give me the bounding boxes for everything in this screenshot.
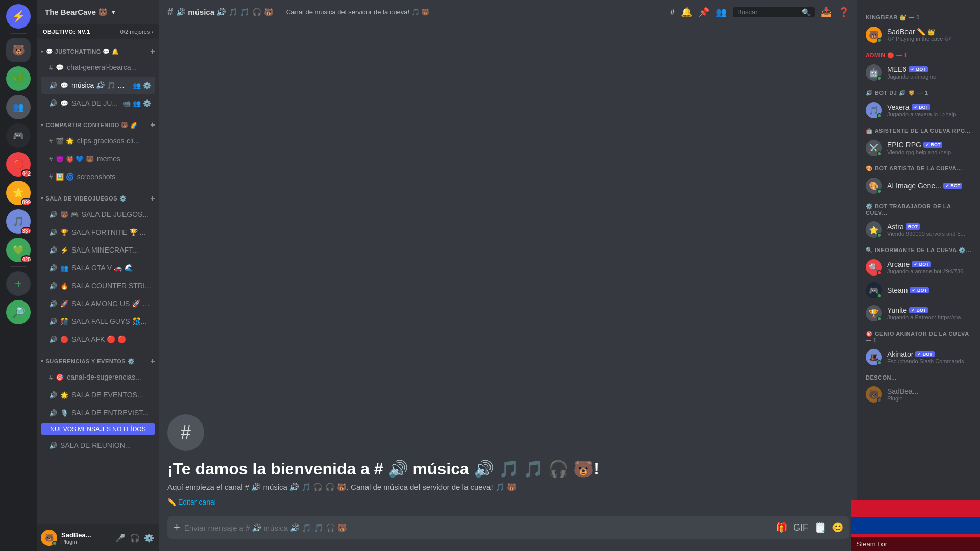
mute-button[interactable]: 🎤 (114, 532, 127, 544)
member-status-sadbear: 🎶 Playing in the cave 🎶 (887, 36, 972, 42)
objective-bar: OBJETIVO: NV.1 0/2 mejores › (37, 24, 159, 39)
objective-progress[interactable]: 0/2 mejores › (120, 29, 153, 35)
channel-header-title: 🔊 música 🔊 🎵 🎵 🎧 🐻 (176, 8, 274, 17)
member-steam[interactable]: 🎮 Steam ✓ BOT (862, 279, 976, 302)
category-add-compartir[interactable]: + (150, 120, 155, 130)
server-icon-community[interactable]: 👥 (6, 95, 31, 119)
member-sadbea-offline[interactable]: 🐻 SadBea... Plugin (862, 383, 976, 406)
user-controls: 🎤 🎧 ⚙️ (114, 532, 155, 544)
server-icon-bearcave[interactable]: 🐻 (6, 38, 31, 62)
hash-action-icon[interactable]: # (670, 8, 675, 17)
bell-action-icon[interactable]: 🔔 (681, 7, 692, 18)
channel-settings-icon2[interactable]: 👥 (133, 99, 141, 107)
unread-banner[interactable]: NUEVOS MENSAJES NO LEÍDOS (41, 423, 155, 435)
header-divider (280, 6, 280, 18)
member-status-sadbea-offline: Plugin (887, 395, 972, 402)
header-actions: # 🔔 📌 👥 🔍 📥 ❓ (670, 7, 849, 18)
flag-overlay-container: Steam Lor (857, 500, 980, 551)
category-justchatting[interactable]: ▾ 💬 JUSTCHATTING 💬 🔔 + (37, 39, 159, 58)
channel-sugerencias[interactable]: # 🎯 canal-de-sugerencias... (41, 368, 155, 386)
member-arcane[interactable]: 🔍 Arcane ✓ BOT Jugando a arcane.bot 294/… (862, 256, 976, 279)
channel-clips[interactable]: # 🎬 🌟 clips-graciosos-cli... (41, 132, 155, 149)
channel-cam-icon[interactable]: 📹 (122, 99, 131, 107)
channel-counter[interactable]: 🔊 🔥 SALA COUNTER STRI... (41, 277, 155, 294)
emoji-icon[interactable]: 😊 (832, 522, 843, 533)
member-name-steam: Steam ✓ BOT (887, 286, 972, 294)
member-astra[interactable]: ⭐ Astra BOT Viendo 990000 servers and 5.… (862, 218, 976, 241)
channel-sala-ju[interactable]: 🔊 💬 SALA DE JU... 📹 👥 ⚙️ (41, 94, 155, 112)
gift-icon[interactable]: 🎁 (776, 522, 787, 533)
welcome-icon: # (167, 414, 204, 451)
member-ai-image[interactable]: 🎨 AI Image Gene... ✓ BOT (862, 174, 976, 197)
search-input[interactable] (737, 8, 799, 16)
member-avatar-arcane: 🔍 (866, 259, 882, 276)
category-add-sugerencias[interactable]: + (150, 357, 155, 366)
server-header[interactable]: The BearCave 🐻 ▾ (37, 0, 159, 24)
member-info-yunite: Yunite ✓ BOT Jugando a Patreon: https://… (887, 306, 972, 320)
channel-entrevistas[interactable]: 🔊 🎙️ SALA DE ENTREVIST... (41, 404, 155, 421)
discover-server-button[interactable]: 🔎 (6, 300, 31, 324)
inbox-action-icon[interactable]: 📥 (821, 7, 832, 18)
deafen-button[interactable]: 🎧 (129, 532, 141, 544)
member-name-akinator: Akinator ✓ BOT (887, 350, 972, 358)
member-akinator[interactable]: 🎩 Akinator ✓ BOT Escuchando Slash Comman… (862, 346, 976, 368)
member-status-mee6 (877, 76, 882, 81)
channel-gta[interactable]: 🔊 👥 SALA GTA V 🚗 🌊 (41, 259, 155, 277)
channel-memes[interactable]: # 😈 👹 💙 🐻 memes (41, 150, 155, 167)
members-action-icon[interactable]: 👥 (716, 7, 727, 18)
server-icon-green[interactable]: 🌿 (6, 66, 31, 91)
notification-badge-3: 337 (21, 227, 32, 235)
category-add-justchatting[interactable]: + (150, 47, 155, 56)
message-input-container: + 🎁 GIF 🗒️ 😊 (167, 516, 849, 539)
channel-settings-icon[interactable]: 👥 (133, 82, 141, 89)
channel-reuniones[interactable]: 🔊 SALA DE REUNION... (41, 437, 155, 454)
member-epic-rpg[interactable]: ⚔️ EPIC RPG ✓ BOT Viendo rpg help and /h… (862, 137, 976, 159)
channel-among-us[interactable]: 🔊 🚀 SALA AMONG US 🚀 🔴 (41, 295, 155, 312)
member-yunite[interactable]: 🏆 Yunite ✓ BOT Jugando a Patreon: https:… (862, 302, 976, 324)
category-sugerencias[interactable]: ▾ SUGERENCIAS Y EVENTOS ⚙️ + (37, 348, 159, 368)
discord-home-button[interactable]: ⚡ (6, 4, 31, 29)
member-name-sadbea-offline: SadBea... (887, 387, 972, 395)
channel-sala-juegos[interactable]: 🔊 🐻 🎮 SALA DE JUEGOS... (41, 206, 155, 223)
add-server-button[interactable]: + (6, 271, 31, 296)
help-action-icon[interactable]: ❓ (838, 7, 849, 18)
category-compartir[interactable]: ▾ COMPARTIR CONTENIDO 🐻 🌈 + (37, 112, 159, 132)
message-add-button[interactable]: + (174, 521, 180, 534)
edit-channel-button[interactable]: ✏️ Editar canal (167, 498, 216, 506)
channel-gear-icon[interactable]: ⚙️ (143, 82, 151, 89)
server-icon-with-badge-2[interactable]: 🌟 899 (6, 181, 31, 205)
category-add-videojuegos[interactable]: + (150, 194, 155, 203)
channel-screenshots[interactable]: # 🖼️ 🌀 screenshots (41, 168, 155, 185)
member-status-epic-rpg: Viendo rpg help and /help (887, 149, 972, 155)
channel-fortnite[interactable]: 🔊 🏆 SALA FORTNITE 🏆 ... (41, 223, 155, 241)
server-name: The BearCave 🐻 (45, 8, 108, 17)
server-icon-with-badge-1[interactable]: 🔴 442 (6, 152, 31, 177)
member-name-yunite: Yunite ✓ BOT (887, 306, 972, 314)
member-status-arcane (877, 270, 882, 276)
member-sadbear[interactable]: 🐻 SadBear ✏️ 👑 🎶 Playing in the cave 🎶 (862, 23, 976, 46)
search-box[interactable]: 🔍 (733, 7, 815, 17)
category-videojuegos[interactable]: ▾ SALA DE VIDEOJUEGOS ⚙️ + (37, 186, 159, 205)
settings-button[interactable]: ⚙️ (143, 532, 155, 544)
channel-musica[interactable]: 🔊 💬 música 🔊 🎵 🎧... 👥 ⚙️ (41, 77, 155, 94)
message-input-bar: + 🎁 GIF 🗒️ 😊 (159, 516, 857, 551)
member-mee6[interactable]: 🤖 MEE6 ✓ BOT Jugando a /imagine (862, 61, 976, 84)
channel-fall-guys[interactable]: 🔊 🎊 SALA FALL GUYS 🎊... (41, 313, 155, 330)
server-icon-gaming[interactable]: 🎮 (6, 123, 31, 148)
message-input[interactable] (184, 518, 772, 537)
messages-area: # ¡Te damos la bienvenida a # 🔊 música 🔊… (159, 24, 857, 516)
channel-afk[interactable]: 🔊 🔴 SALA AFK 🔴 🔴 (41, 331, 155, 348)
server-icon-with-badge-4[interactable]: 💚 425 (6, 238, 31, 262)
channel-chat-general[interactable]: # 💬 chat-general-bearca... (41, 59, 155, 76)
server-icon-with-badge-3[interactable]: 🎵 337 (6, 209, 31, 234)
channel-header-name: # 🔊 música 🔊 🎵 🎵 🎧 🐻 (167, 6, 274, 18)
gif-icon[interactable]: GIF (793, 522, 808, 533)
channel-minecraft[interactable]: 🔊 ⚡ SALA MINECRAFT... (41, 241, 155, 259)
member-category-kingbear: KINGBEAR 👑 — 1 (862, 10, 976, 23)
sticker-icon[interactable]: 🗒️ (815, 522, 826, 533)
channel-gear-icon2[interactable]: ⚙️ (143, 99, 151, 107)
pin-action-icon[interactable]: 📌 (698, 7, 709, 18)
member-vexera[interactable]: 🎵 Vexera ✓ BOT Jugando a vexera.lo | >he… (862, 99, 976, 121)
member-avatar-mee6: 🤖 (866, 64, 882, 81)
channel-eventos[interactable]: 🔊 🌟 SALA DE EVENTOS... (41, 386, 155, 404)
